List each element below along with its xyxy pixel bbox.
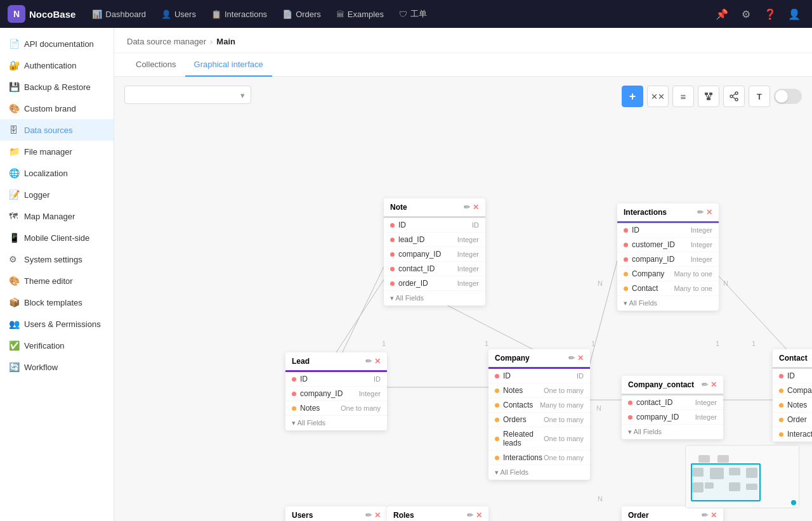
edit-icon[interactable]: ✏ (365, 511, 372, 520)
sidebar-item-mobile[interactable]: 📱 Mobile Client-side (0, 227, 114, 248)
filter-select[interactable] (124, 86, 251, 104)
delete-icon[interactable]: ✕ (706, 208, 712, 217)
delete-icon[interactable]: ✕ (374, 357, 381, 366)
field-dot (495, 437, 499, 441)
minimap-inner (686, 446, 799, 508)
field-row: contact_IDInteger (622, 396, 723, 410)
axis-label-1-2: 1 (485, 340, 488, 347)
logger-icon: 📝 (9, 190, 19, 200)
nav-interactions[interactable]: 📋 Interactions (205, 6, 273, 23)
note-all-fields[interactable]: ▾ All Fields (384, 291, 485, 306)
collapse-button[interactable]: ✕✕ (647, 86, 669, 107)
field-dot (779, 389, 783, 393)
field-row: contact_IDInteger (384, 262, 485, 276)
svg-line-14 (336, 280, 384, 352)
edit-icon[interactable]: ✏ (702, 511, 708, 520)
delete-icon[interactable]: ✕ (710, 380, 717, 389)
svg-rect-2 (707, 98, 710, 100)
field-row: order_IDInteger (384, 276, 485, 291)
field-dot (390, 281, 395, 286)
sidebar-item-authentication[interactable]: 🔐 Authentication (0, 55, 114, 76)
add-button[interactable]: + (622, 86, 643, 107)
edit-icon[interactable]: ✏ (702, 380, 708, 389)
sidebar-item-map-manager[interactable]: 🗺 Map Manager (0, 205, 114, 227)
delete-icon[interactable]: ✕ (374, 511, 381, 520)
field-row: company_IDInteger (622, 410, 723, 425)
axis-label-n5: N (596, 404, 601, 412)
delete-icon[interactable]: ✕ (577, 354, 584, 363)
sidebar-item-custom-brand[interactable]: 🎨 Custom brand (0, 98, 114, 119)
interactions-all-fields[interactable]: ▾ All Fields (617, 296, 719, 311)
sidebar-item-api-doc[interactable]: 📄 API documentation (0, 33, 114, 55)
breadcrumb-parent[interactable]: Data source manager (127, 37, 206, 46)
user-avatar[interactable]: 👤 (784, 4, 804, 24)
edit-icon[interactable]: ✏ (697, 208, 704, 217)
file-manager-icon: 📁 (9, 146, 19, 157)
nav-gongdan[interactable]: 🛡 工单 (393, 4, 433, 23)
localization-icon: 🌐 (9, 168, 19, 178)
svg-line-12 (733, 97, 735, 99)
company-all-fields[interactable]: ▾ All Fields (488, 465, 590, 480)
card-note-actions: ✏ ✕ (464, 203, 479, 212)
settings-icon[interactable]: ⚙ (736, 4, 756, 24)
field-dot (495, 456, 499, 460)
interactions-nav-icon: 📋 (211, 10, 221, 19)
sidebar-item-logger[interactable]: 📝 Logger (0, 184, 114, 205)
app-logo[interactable]: N NocoBase (8, 5, 75, 23)
api-doc-icon: 📄 (9, 39, 19, 49)
top-navigation: N NocoBase 📊 Dashboard 👤 Users 📋 Interac… (0, 0, 812, 28)
axis-label-n3: N (723, 280, 728, 287)
card-interactions-header: Interactions ✏ ✕ (617, 203, 719, 223)
delete-icon[interactable]: ✕ (473, 203, 479, 212)
nav-dashboard[interactable]: 📊 Dashboard (86, 6, 152, 23)
delete-icon[interactable]: ✕ (476, 511, 482, 520)
field-dot (624, 228, 628, 233)
card-lead-actions: ✏ ✕ (365, 357, 381, 366)
field-dot (624, 243, 628, 247)
pin-icon[interactable]: 📌 (712, 4, 732, 24)
delete-icon[interactable]: ✕ (710, 511, 717, 520)
lead-all-fields[interactable]: ▾ All Fields (285, 416, 387, 430)
minimap[interactable] (685, 445, 799, 508)
nav-users[interactable]: 👤 Users (155, 6, 202, 23)
diagram-canvas[interactable]: Note ✏ ✕ IDID lead_IDInteger company_IDI… (114, 77, 812, 521)
toggle-switch[interactable] (774, 89, 802, 104)
graph-toolbar: + ✕✕ ≡ (622, 86, 802, 107)
edit-icon[interactable]: ✏ (464, 203, 470, 212)
edit-icon[interactable]: ✏ (467, 511, 473, 520)
sidebar-item-file-manager[interactable]: 📁 File manager (0, 141, 114, 162)
sidebar-item-theme-editor[interactable]: 🎨 Theme editor (0, 270, 114, 292)
sidebar-backup-label: Backup & Restore (24, 82, 91, 92)
sidebar-item-localization[interactable]: 🌐 Localization (0, 162, 114, 184)
svg-point-8 (735, 92, 738, 94)
nav-examples[interactable]: 🏛 Examples (330, 6, 390, 23)
company-contact-all-fields[interactable]: ▾ All Fields (622, 425, 723, 439)
share-button[interactable] (723, 86, 745, 107)
field-row: Releated leadsOne to many (488, 427, 590, 451)
card-users: Users ✏ ✕ IDID RolesMany to many Departm… (285, 506, 387, 521)
sidebar-item-workflow[interactable]: 🔄 Workflow (0, 356, 114, 378)
nav-dashboard-label: Dashboard (105, 10, 146, 19)
edit-icon[interactable]: ✏ (568, 354, 575, 363)
breadcrumb-separator: › (210, 37, 213, 46)
field-dot (624, 257, 628, 262)
sidebar-item-verification[interactable]: ✅ Verification (0, 335, 114, 356)
sidebar-mobile-label: Mobile Client-side (24, 233, 89, 243)
font-button[interactable]: T (749, 86, 770, 107)
sidebar-item-system-settings[interactable]: ⚙ System settings (0, 248, 114, 270)
graph-area[interactable]: + ✕✕ ≡ (114, 77, 812, 521)
tab-collections[interactable]: Collections (127, 53, 185, 77)
list-button[interactable]: ≡ (672, 86, 694, 107)
field-row: IDID (488, 369, 590, 383)
help-icon[interactable]: ❓ (760, 4, 780, 24)
sidebar-item-block-templates[interactable]: 📦 Block templates (0, 292, 114, 313)
sidebar-item-users-permissions[interactable]: 👥 Users & Permissions (0, 313, 114, 335)
field-dot (292, 377, 296, 382)
tab-graphical[interactable]: Graphical interface (185, 53, 272, 77)
axis-label-1-4: 1 (716, 340, 719, 347)
edit-icon[interactable]: ✏ (365, 357, 372, 366)
hierarchy-button[interactable] (698, 86, 719, 107)
sidebar-item-data-sources[interactable]: 🗄 Data sources (0, 119, 114, 141)
nav-orders[interactable]: 📄 Orders (276, 6, 327, 23)
sidebar-item-backup[interactable]: 💾 Backup & Restore (0, 76, 114, 98)
